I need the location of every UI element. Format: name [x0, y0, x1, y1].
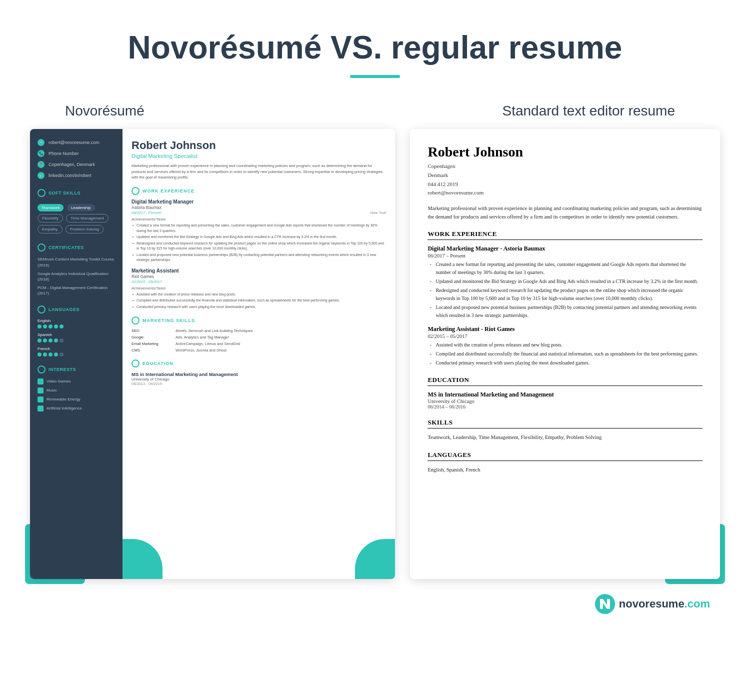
std-job-1-title: Digital Marketing Manager - Astoria Baum… [428, 245, 702, 252]
soft-skills-tags: Teamwork Leadership Flexibility Time Man… [38, 202, 115, 234]
std-job-1-bullet-2: Updated and monitored the Bid Strategy i… [428, 278, 702, 286]
footer: novoresume.com [30, 594, 720, 614]
teal-wave-bottom-right [355, 539, 395, 579]
dot [43, 352, 47, 356]
job-1-bullet-2: Updated and monitored the Bid Strategy i… [132, 234, 386, 240]
footer-logo-text: novoresume.com [619, 598, 710, 610]
languages-title: LANGUAGES [38, 306, 115, 314]
contact-location: 📍 Copenhagen, Denmark [38, 161, 115, 168]
resume-name: Robert Johnson [132, 139, 386, 152]
dot [38, 324, 42, 328]
edu-date: 06/2013 - 06/2015 [132, 382, 386, 386]
location-icon: 📍 [38, 161, 44, 168]
cert-item-2: Google Analytics Individual Qualificatio… [38, 271, 115, 282]
dot [38, 338, 42, 342]
columns-header: Novorésumé Standard text editor resume [30, 103, 720, 119]
std-work-title: WORK EXPERIENCE [428, 230, 702, 240]
soft-skills-title: SOFT SKILLS [38, 189, 115, 197]
std-job-2-date: 02/2015 – 05/2017 [428, 334, 702, 339]
achievements-label-1: Achievements/Tasks [132, 217, 386, 222]
phone-icon: 📞 [38, 150, 44, 157]
std-job-1-bullet-4: Located and proposed new potential busin… [428, 304, 702, 320]
page-wrapper: Novorésumé VS. regular resume Novorésumé… [0, 0, 750, 634]
resume-main-content: Robert Johnson Digital Marketing Special… [122, 129, 395, 579]
job-1-title: Digital Marketing Manager [132, 199, 386, 204]
job-2: Marketing Assistant Riot Games 02/2015 -… [132, 268, 386, 310]
education-title: EDUCATION [132, 360, 386, 368]
std-summary: Marketing professional with proven exper… [428, 204, 702, 222]
lang-french: French [38, 346, 115, 356]
std-skills-section: SKILLS Teamwork, Leadership, Time Manage… [428, 418, 702, 442]
comparison-area: ✉ robert@novoresume.com 📞 Phone Number 📍… [30, 129, 720, 579]
novoresume-card-wrapper: ✉ robert@novoresume.com 📞 Phone Number 📍… [30, 129, 395, 579]
std-education-title: EDUCATION [428, 376, 702, 386]
footer-logo: novoresume.com [595, 594, 710, 614]
dot [60, 324, 64, 328]
std-languages-title: LANGUAGES [428, 451, 702, 461]
dot [54, 352, 58, 356]
job-2-bullet-2: Compiled and distributed successfully th… [132, 298, 386, 304]
std-job-1-bullet-3: Redesigned and conducted keyword researc… [428, 286, 702, 302]
std-job-2-bullet-2: Compiled and distributed successfully th… [428, 350, 702, 358]
footer-logo-icon [595, 594, 615, 614]
resume-sidebar: ✉ robert@novoresume.com 📞 Phone Number 📍… [30, 129, 122, 579]
dot-empty [60, 338, 64, 342]
job-2-title: Marketing Assistant [132, 268, 386, 274]
skill-tag-flexibility: Flexibility [38, 214, 63, 222]
contact-phone: 📞 Phone Number [38, 150, 115, 157]
education-section: EDUCATION MS in International Marketing … [132, 360, 386, 386]
job-1-company: Astoria Baumax [132, 205, 386, 210]
soft-skills-section: SOFT SKILLS Teamwork Leadership Flexibil… [38, 189, 115, 234]
certificates-title: CERTIFICATES [38, 244, 115, 252]
job-1-bullet-3: Redesigned and conducted keyword researc… [132, 241, 386, 252]
std-languages-section: LANGUAGES English, Spanish, French [428, 451, 702, 474]
contact-email: ✉ robert@novoresume.com [38, 139, 115, 146]
interest-ai: Artificial Intelligence [38, 406, 115, 412]
sidebar-contact: ✉ robert@novoresume.com 📞 Phone Number 📍… [38, 139, 115, 179]
standard-card-wrapper: Robert Johnson CopenhagenDenmark044 412 … [410, 129, 720, 579]
teal-wave-bottom-left [122, 539, 162, 579]
job-2-company: Riot Games [132, 274, 386, 279]
dot [48, 338, 52, 342]
job-1-bullet-1: Created a new format for reporting and p… [132, 223, 386, 234]
novoresume-n-icon [598, 597, 612, 611]
std-job-2: Marketing Assistant - Riot Games 02/2015… [428, 326, 702, 367]
dot [43, 338, 47, 342]
job-2-bullet-3: Conducted primary research with users pl… [132, 304, 386, 310]
dot-empty [60, 352, 64, 356]
skill-tag-teamwork: Teamwork [38, 204, 64, 212]
std-contact: CopenhagenDenmark044 412 2019robert@novo… [428, 162, 702, 197]
resume-summary: Marketing professional with proven exper… [132, 163, 386, 180]
skill-tag-leadership: Leadership [67, 204, 95, 212]
std-job-1-date: 06/2017 – Present [428, 253, 702, 258]
languages-section: LANGUAGES English [38, 306, 115, 356]
cert-item-1: SEMrush Content Marketing Toolkit Course… [38, 256, 115, 268]
std-skills-title: SKILLS [428, 418, 702, 428]
job-1: Digital Marketing Manager Astoria Baumax… [132, 199, 386, 263]
skill-tag-empathy: Empathy [38, 225, 62, 234]
work-experience-title: WORK EXPERIENCE [132, 187, 386, 195]
std-job-2-bullet-3: Conducted primary research with users pl… [428, 359, 702, 367]
std-work-section: WORK EXPERIENCE Digital Marketing Manage… [428, 230, 702, 367]
std-skills-text: Teamwork, Leadership, Time Management, F… [428, 434, 702, 442]
email-icon: ✉ [38, 139, 44, 146]
std-job-1: Digital Marketing Manager - Astoria Baum… [428, 245, 702, 320]
left-col-header: Novorésumé [65, 103, 144, 119]
skill-seo: SEO Ahrefs, Semrush and Link-building Te… [132, 328, 386, 333]
marketing-skills-title: MARKETING SKILLS [132, 316, 386, 324]
std-name: Robert Johnson [428, 144, 702, 160]
contact-linkedin: in linkedin.com/in/robert [38, 172, 115, 179]
std-edu-date: 06/2014 – 06/2016 [428, 404, 702, 410]
job-2-bullet-1: Assisted with the creation of press rele… [132, 292, 386, 298]
dot [54, 324, 58, 328]
skill-email: Email Marketing ActiveCampaign, Litmus a… [132, 342, 386, 346]
footer-logo-tld: .com [684, 598, 710, 610]
edu-degree: MS in International Marketing and Manage… [132, 372, 386, 377]
job-1-date: 06/2017 - Present New York [132, 210, 386, 215]
video-games-icon [38, 378, 44, 384]
ai-icon [38, 406, 44, 412]
dot [48, 324, 52, 328]
main-title: Novorésumé VS. regular resume [30, 30, 720, 65]
std-job-2-title: Marketing Assistant - Riot Games [428, 326, 702, 333]
skill-tag-problem: Problem Solving [66, 225, 104, 234]
